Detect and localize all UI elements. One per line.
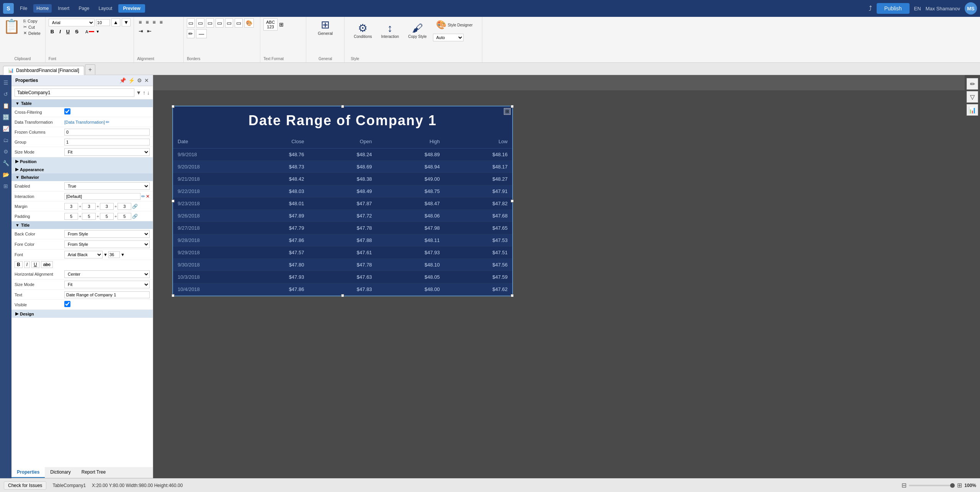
sidebar-icon-9[interactable]: 📂 — [1, 170, 11, 179]
nav-file[interactable]: File — [17, 4, 30, 13]
handle-tl[interactable] — [172, 105, 175, 108]
widget-menu-icon[interactable]: ⊞ — [504, 108, 511, 115]
handle-bm[interactable] — [341, 294, 344, 297]
strikethrough-button[interactable]: S — [73, 28, 80, 35]
add-tab-button[interactable]: + — [85, 64, 95, 75]
fill-color-button[interactable]: 🎨 — [244, 18, 254, 28]
selector-up-button[interactable]: ↑ — [143, 90, 145, 96]
font-family-select[interactable]: Arial — [49, 19, 95, 26]
align-left-button[interactable]: ≡ — [137, 18, 143, 26]
padding-bottom-input[interactable] — [100, 213, 114, 220]
outdent-button[interactable]: ⇤ — [145, 27, 153, 35]
zoom-out-button[interactable]: ⊟ — [902, 482, 906, 489]
margin-top-input[interactable] — [64, 203, 78, 210]
font-size-decrease[interactable]: ▼ — [122, 18, 131, 26]
conditions-button[interactable]: ⚙ Conditions — [351, 20, 375, 40]
title-section-header[interactable]: ▼ Title — [11, 221, 153, 229]
copy-button[interactable]: ⎘ Copy — [22, 18, 42, 24]
table-section-header[interactable]: ▼ Table — [11, 100, 153, 107]
data-transformation-edit[interactable]: ✏ — [106, 119, 109, 125]
sidebar-icon-3[interactable]: 📋 — [1, 101, 11, 110]
back-color-select[interactable]: From Style — [64, 230, 150, 238]
style-auto-select[interactable]: Auto — [433, 34, 464, 41]
align-right-button[interactable]: ≡ — [151, 18, 157, 26]
interaction-input[interactable] — [64, 193, 140, 200]
margin-left-input[interactable] — [118, 203, 131, 210]
title-size-mode-select[interactable]: Fit — [64, 281, 150, 288]
title-font-select[interactable]: Arial Black — [64, 251, 103, 258]
delete-button[interactable]: ✕ Delete — [22, 30, 42, 36]
border-btn-1[interactable]: ▭ — [187, 18, 195, 28]
interaction-clear-button[interactable]: ✕ — [146, 194, 150, 199]
panel-lightning-button[interactable]: ⚡ — [128, 77, 135, 83]
behavior-section-header[interactable]: ▼ Behavior — [11, 173, 153, 181]
title-bold-button[interactable]: B — [15, 261, 23, 268]
interaction-button[interactable]: ↕ Interaction — [378, 21, 402, 40]
rt-edit-button[interactable]: ✏ — [967, 78, 978, 90]
panel-settings-button[interactable]: ⚙ — [137, 77, 142, 83]
padding-link-button[interactable]: 🔗 — [132, 214, 138, 219]
title-strikethrough-button[interactable]: abc — [41, 261, 53, 268]
sidebar-icon-2[interactable]: ↺ — [2, 90, 10, 99]
zoom-slider[interactable] — [909, 485, 955, 486]
cross-filtering-checkbox[interactable] — [64, 108, 70, 114]
nav-page[interactable]: Page — [75, 4, 92, 13]
tab-dashboard[interactable]: 📊 DashboardFinancial [Financial] — [3, 66, 84, 75]
padding-right-input[interactable] — [82, 213, 96, 220]
font-size-increase[interactable]: ▲ — [111, 18, 120, 26]
margin-right-input[interactable] — [82, 203, 96, 210]
rt-chart-button[interactable]: 📊 — [967, 104, 978, 116]
sidebar-icon-1[interactable]: ☰ — [2, 78, 10, 87]
align-justify-button[interactable]: ≡ — [158, 18, 164, 26]
sidebar-icon-10[interactable]: ⊞ — [2, 181, 10, 191]
selector-dropdown-button[interactable]: ▼ — [136, 90, 141, 96]
handle-tr[interactable] — [511, 105, 514, 108]
panel-pin-button[interactable]: 📌 — [119, 77, 126, 83]
paste-button[interactable]: 📋 — [3, 18, 20, 34]
visible-checkbox[interactable] — [64, 301, 70, 307]
border-btn-2[interactable]: ▭ — [196, 18, 204, 28]
expand-btn[interactable]: ⊞ — [279, 18, 284, 31]
nav-layout[interactable]: Layout — [95, 4, 115, 13]
panel-tab-dictionary[interactable]: Dictionary — [45, 467, 76, 478]
appearance-section-header[interactable]: ▶ Appearance — [11, 165, 153, 173]
rt-filter-button[interactable]: ▽ — [967, 91, 978, 103]
sidebar-icon-4[interactable]: 🔡 — [1, 113, 11, 122]
panel-tab-report-tree[interactable]: Report Tree — [76, 467, 111, 478]
bold-button[interactable]: B — [49, 28, 56, 35]
padding-top-input[interactable] — [64, 213, 78, 220]
frozen-columns-input[interactable] — [64, 129, 150, 136]
margin-bottom-input[interactable] — [100, 203, 114, 210]
handle-br[interactable] — [511, 294, 514, 297]
title-font-size-input[interactable] — [108, 251, 120, 258]
publish-button[interactable]: Publish — [877, 3, 910, 14]
font-color-button[interactable]: A — [85, 29, 94, 34]
abc-button[interactable]: ABC123 — [263, 18, 278, 31]
title-text-input[interactable] — [64, 291, 150, 298]
font-size-input[interactable] — [96, 19, 110, 26]
border-btn-6[interactable]: ▭ — [235, 18, 243, 28]
size-mode-select[interactable]: Fit — [64, 148, 150, 156]
table-widget[interactable]: ⊞ Date Range of Company 1 Date Close Ope… — [172, 106, 513, 296]
nav-insert[interactable]: Insert — [55, 4, 72, 13]
selector-down-button[interactable]: ↓ — [147, 90, 150, 96]
zoom-in-button[interactable]: ⊞ — [957, 482, 962, 489]
underline-button[interactable]: U — [64, 28, 72, 35]
handle-tm[interactable] — [341, 105, 344, 108]
horizontal-alignment-select[interactable]: Center — [64, 270, 150, 278]
panel-close-button[interactable]: ✕ — [144, 77, 149, 83]
sidebar-icon-5[interactable]: 📈 — [1, 124, 11, 133]
component-selector-input[interactable] — [15, 88, 134, 97]
border-btn-3[interactable]: ▭ — [206, 18, 214, 28]
title-italic-button[interactable]: I — [24, 261, 30, 268]
nav-home[interactable]: Home — [33, 4, 52, 13]
language-selector[interactable]: EN — [914, 6, 921, 11]
copy-style-button[interactable]: 🖌 Copy Style — [405, 20, 430, 40]
cut-button[interactable]: ✂ Cut — [22, 24, 42, 30]
border-style-btn[interactable]: — — [196, 29, 207, 38]
fore-color-select[interactable]: From Style — [64, 240, 150, 248]
title-underline-button[interactable]: U — [31, 261, 39, 268]
italic-button[interactable]: I — [57, 28, 63, 35]
position-section-header[interactable]: ▶ Position — [11, 157, 153, 165]
align-center-button[interactable]: ≡ — [144, 18, 150, 26]
